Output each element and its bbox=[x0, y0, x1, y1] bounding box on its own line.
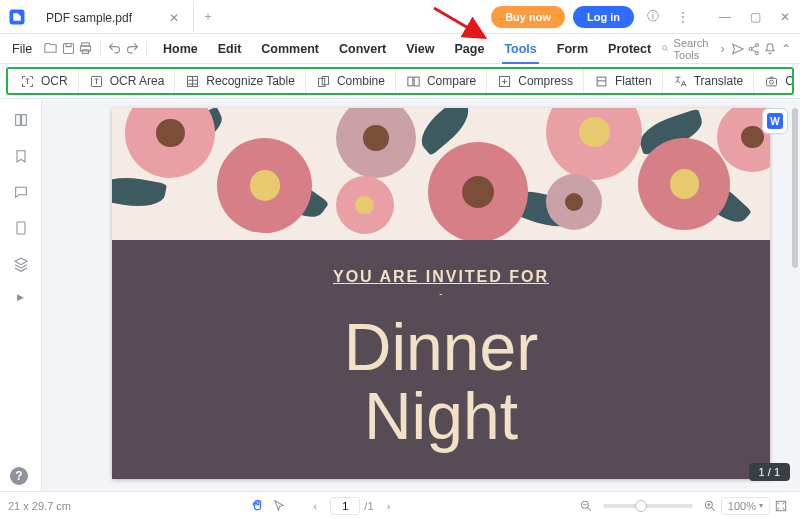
menu-view[interactable]: View bbox=[396, 34, 444, 64]
export-word-button[interactable]: W bbox=[762, 108, 788, 134]
open-icon[interactable] bbox=[42, 37, 58, 61]
svg-point-6 bbox=[756, 43, 759, 46]
ocr-area-icon bbox=[89, 74, 104, 89]
tool-label: Translate bbox=[694, 74, 744, 88]
close-tab-icon[interactable]: ✕ bbox=[169, 11, 179, 25]
menu-home[interactable]: Home bbox=[153, 34, 208, 64]
attachments-icon[interactable] bbox=[11, 218, 31, 238]
prev-page-icon[interactable]: ‹ bbox=[304, 495, 326, 517]
tool-label: OCR bbox=[41, 74, 68, 88]
menu-page[interactable]: Page bbox=[445, 34, 495, 64]
search-icon bbox=[661, 42, 669, 55]
zoom-slider[interactable] bbox=[603, 504, 693, 508]
ocr-icon bbox=[20, 74, 35, 89]
info-icon[interactable]: ⓘ bbox=[638, 0, 668, 33]
compress-icon bbox=[497, 74, 512, 89]
tool-recognize-table[interactable]: Recognize Table bbox=[174, 69, 305, 93]
svg-rect-12 bbox=[322, 76, 328, 84]
file-menu[interactable]: File bbox=[6, 34, 42, 64]
compare-icon bbox=[406, 74, 421, 89]
sidebar-expand-icon[interactable]: ▶ bbox=[17, 292, 24, 302]
tool-translate[interactable]: Translate bbox=[662, 69, 754, 93]
search-tools[interactable]: Search Tools bbox=[661, 37, 714, 61]
tool-label: Compare bbox=[427, 74, 476, 88]
tool-ocr[interactable]: OCR bbox=[10, 69, 78, 93]
app-logo bbox=[0, 0, 34, 33]
buy-now-button[interactable]: Buy now bbox=[491, 6, 565, 28]
tool-capture[interactable]: Capture ▾ bbox=[753, 69, 794, 93]
tool-ocr-area[interactable]: OCR Area bbox=[78, 69, 175, 93]
document-tab[interactable]: PDF sample.pdf ✕ bbox=[34, 0, 194, 33]
fit-page-icon[interactable] bbox=[770, 495, 792, 517]
document-tab-label: PDF sample.pdf bbox=[46, 11, 132, 25]
page-total: /1 bbox=[364, 500, 373, 512]
svg-rect-23 bbox=[21, 115, 26, 126]
search-placeholder: Search Tools bbox=[674, 37, 715, 61]
page-indicator: 1 / 1 bbox=[749, 463, 790, 481]
collapse-ribbon-icon[interactable]: ⌃ bbox=[778, 37, 794, 61]
menu-form[interactable]: Form bbox=[547, 34, 598, 64]
tools-ribbon: OCR OCR Area Recognize Table Combine Com… bbox=[6, 67, 794, 95]
redo-icon[interactable] bbox=[124, 37, 140, 61]
print-icon[interactable] bbox=[78, 37, 94, 61]
page-dimensions: 21 x 29.7 cm bbox=[8, 500, 71, 512]
thumbnails-icon[interactable] bbox=[11, 110, 31, 130]
zoom-value[interactable]: 100%▾ bbox=[721, 497, 770, 515]
window-close-icon[interactable]: ✕ bbox=[770, 0, 800, 33]
tool-combine[interactable]: Combine bbox=[305, 69, 395, 93]
help-button[interactable]: ? bbox=[10, 467, 28, 485]
select-tool-icon[interactable] bbox=[268, 495, 290, 517]
svg-point-8 bbox=[756, 51, 759, 54]
menu-comment[interactable]: Comment bbox=[251, 34, 329, 64]
word-icon: W bbox=[767, 113, 783, 129]
zoom-out-icon[interactable] bbox=[575, 495, 597, 517]
menu-convert[interactable]: Convert bbox=[329, 34, 396, 64]
tool-label: OCR Area bbox=[110, 74, 165, 88]
svg-rect-13 bbox=[408, 77, 413, 86]
undo-icon[interactable] bbox=[107, 37, 123, 61]
tool-label: Compress bbox=[518, 74, 573, 88]
menu-protect[interactable]: Protect bbox=[598, 34, 661, 64]
login-button[interactable]: Log in bbox=[573, 6, 634, 28]
new-tab-button[interactable]: ＋ bbox=[194, 0, 222, 33]
svg-rect-16 bbox=[597, 77, 606, 86]
floral-banner bbox=[112, 108, 770, 240]
send-icon[interactable] bbox=[730, 37, 746, 61]
window-maximize-icon[interactable]: ▢ bbox=[740, 0, 770, 33]
login-label: Log in bbox=[587, 11, 620, 23]
comments-icon[interactable] bbox=[11, 182, 31, 202]
table-icon bbox=[185, 74, 200, 89]
invite-title-line2: Night bbox=[112, 382, 770, 451]
buy-now-label: Buy now bbox=[505, 11, 551, 23]
hand-tool-icon[interactable] bbox=[246, 495, 268, 517]
bell-icon[interactable] bbox=[762, 37, 778, 61]
tool-compress[interactable]: Compress bbox=[486, 69, 583, 93]
translate-icon bbox=[673, 74, 688, 89]
bookmarks-icon[interactable] bbox=[11, 146, 31, 166]
flatten-icon bbox=[594, 74, 609, 89]
menu-tools[interactable]: Tools bbox=[494, 34, 546, 64]
chevron-down-icon: ▾ bbox=[759, 501, 763, 510]
page-input[interactable] bbox=[330, 497, 360, 515]
svg-rect-24 bbox=[17, 222, 25, 234]
save-icon[interactable] bbox=[60, 37, 76, 61]
share-icon[interactable] bbox=[746, 37, 762, 61]
tool-label: Recognize Table bbox=[206, 74, 295, 88]
window-minimize-icon[interactable]: — bbox=[710, 0, 740, 33]
svg-rect-1 bbox=[63, 44, 73, 54]
tool-label: Combine bbox=[337, 74, 385, 88]
tool-label: Capture bbox=[785, 74, 794, 88]
menu-edit[interactable]: Edit bbox=[208, 34, 252, 64]
next-page-icon[interactable]: › bbox=[378, 495, 400, 517]
svg-rect-22 bbox=[15, 115, 20, 126]
vertical-scrollbar[interactable] bbox=[792, 108, 798, 431]
combine-icon bbox=[316, 74, 331, 89]
zoom-in-icon[interactable] bbox=[699, 495, 721, 517]
tool-flatten[interactable]: Flatten bbox=[583, 69, 662, 93]
invite-heading: YOU ARE INVITED FOR bbox=[112, 268, 770, 286]
tool-compare[interactable]: Compare bbox=[395, 69, 486, 93]
chevron-right-icon[interactable]: › bbox=[714, 37, 730, 61]
svg-rect-11 bbox=[318, 78, 324, 86]
kebab-menu-icon[interactable]: ⋮ bbox=[668, 0, 698, 33]
layers-icon[interactable] bbox=[11, 254, 31, 274]
